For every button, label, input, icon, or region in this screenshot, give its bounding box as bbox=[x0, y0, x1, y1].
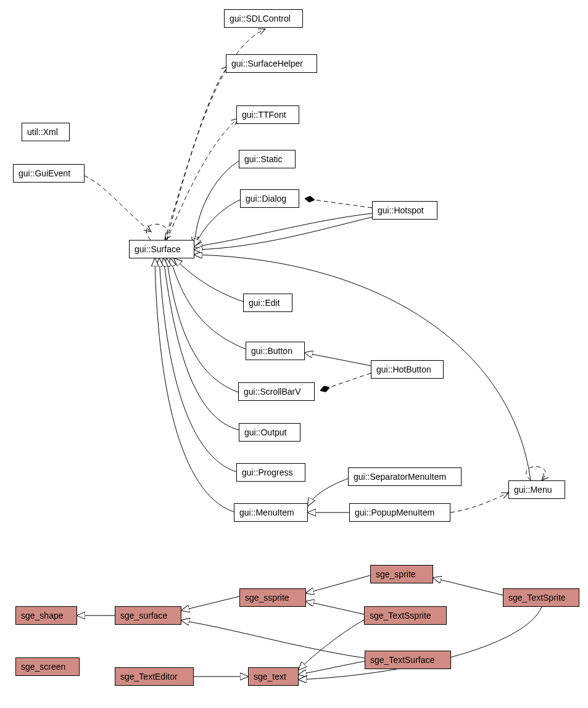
edge-sgeTextSsprite-to-sgeSsprite bbox=[306, 601, 364, 614]
class-node-label: sge_screen bbox=[21, 662, 65, 672]
edge-guiHotButton-to-guiScrollBarV bbox=[321, 373, 371, 390]
class-node-guiStatic[interactable]: gui::Static bbox=[239, 150, 296, 168]
edge-guiEdit-to-guiSurface bbox=[174, 258, 243, 302]
class-node-label: gui::MenuItem bbox=[239, 508, 294, 517]
edge-guiHotButton-to-guiButton bbox=[305, 353, 371, 366]
class-node-guiEdit[interactable]: gui::Edit bbox=[243, 294, 292, 312]
edge-sgeSsprite-to-sgeSurface bbox=[181, 596, 239, 611]
class-node-guiButton[interactable]: gui::Button bbox=[246, 342, 305, 360]
edge-guiSeparatorMenuItem-to-guiMenuItem bbox=[308, 479, 348, 506]
class-node-label: gui::TTFont bbox=[242, 110, 286, 120]
class-node-label: gui::Button bbox=[251, 346, 292, 356]
class-node-label: gui::Menu bbox=[514, 485, 552, 495]
class-node-guiScrollBarV[interactable]: gui::ScrollBarV bbox=[238, 382, 315, 401]
class-node-guiSurface[interactable]: gui::Surface bbox=[129, 240, 194, 258]
class-node-label: gui::SurfaceHelper bbox=[231, 59, 303, 68]
class-node-label: sge_TextSurface bbox=[370, 655, 434, 665]
class-node-guiHotspot[interactable]: gui::Hotspot bbox=[372, 201, 437, 220]
class-node-sgeSsprite[interactable]: sge_ssprite bbox=[239, 588, 306, 607]
class-node-label: gui::Dialog bbox=[246, 194, 286, 204]
class-node-label: gui::PopupMenuItem bbox=[355, 508, 434, 517]
class-node-sgeTextEditor[interactable]: sge_TextEditor bbox=[115, 667, 194, 686]
edge-guiSurface-to-guiSurfaceHelper bbox=[165, 66, 228, 241]
class-node-guiMenu[interactable]: gui::Menu bbox=[508, 480, 565, 499]
class-node-guiHotButton[interactable]: gui::HotButton bbox=[371, 360, 444, 379]
class-node-label: gui::ScrollBarV bbox=[244, 387, 301, 397]
class-node-sgeTextSurface[interactable]: sge_TextSurface bbox=[365, 651, 451, 669]
class-node-label: sge_TextSsprite bbox=[370, 611, 431, 620]
class-node-label: sge_sprite bbox=[376, 569, 416, 579]
class-node-label: util::Xml bbox=[27, 127, 58, 137]
class-node-sgeSprite[interactable]: sge_sprite bbox=[370, 565, 433, 583]
class-node-label: sge_text bbox=[254, 672, 286, 681]
class-node-utilXml[interactable]: util::Xml bbox=[22, 123, 70, 141]
class-node-guiDialog[interactable]: gui::Dialog bbox=[240, 189, 299, 208]
edge-sgeTextSprite-to-sgeSprite bbox=[433, 578, 503, 595]
class-node-label: sge_TextEditor bbox=[120, 672, 178, 681]
edge-guiHotspot-to-guiSurface bbox=[194, 217, 372, 250]
class-node-label: gui::GuiEvent bbox=[19, 168, 70, 178]
edge-sgeTextSsprite-to-sgeText bbox=[299, 620, 364, 670]
class-node-guiSurfaceHelper[interactable]: gui::SurfaceHelper bbox=[226, 54, 317, 73]
class-node-guiOutput[interactable]: gui::Output bbox=[239, 423, 300, 442]
class-node-sgeScreen[interactable]: sge_screen bbox=[15, 657, 80, 676]
class-node-sgeText[interactable]: sge_text bbox=[248, 667, 299, 686]
class-node-sgeShape[interactable]: sge_shape bbox=[15, 606, 77, 625]
edge-guiMenu-to-guiSurface bbox=[194, 255, 531, 480]
class-node-label: gui::Surface bbox=[135, 244, 181, 254]
class-node-guiTTFont[interactable]: gui::TTFont bbox=[236, 105, 299, 124]
class-node-guiPopupMenuItem[interactable]: gui::PopupMenuItem bbox=[349, 503, 450, 522]
edge-guiSurface-to-guiTTFont bbox=[167, 118, 238, 241]
edge-guiMenuItem-to-guiSurface bbox=[155, 258, 234, 512]
class-node-guiSDLControl[interactable]: gui::SDLControl bbox=[224, 9, 303, 28]
edge-guiGuiEvent-to-guiSurface bbox=[85, 176, 151, 232]
edge-guiHotspot-to-guiSurface bbox=[194, 213, 372, 247]
edge-sgeTextSurface-to-sgeSurface bbox=[181, 620, 365, 658]
class-node-label: sge_TextSprite bbox=[508, 593, 566, 603]
edge-guiProgress-to-guiSurface bbox=[159, 258, 236, 472]
class-node-guiMenuItem[interactable]: gui::MenuItem bbox=[234, 503, 308, 522]
class-node-guiProgress[interactable]: gui::Progress bbox=[236, 463, 305, 482]
class-node-label: sge_shape bbox=[21, 611, 64, 620]
edge-sgeSprite-to-sgeSsprite bbox=[306, 575, 370, 593]
edge-guiHotspot-to-guiDialog bbox=[305, 199, 372, 208]
class-node-label: sge_surface bbox=[120, 611, 167, 620]
class-node-guiSeparatorMenuItem[interactable]: gui::SeparatorMenuItem bbox=[348, 467, 462, 486]
class-node-label: gui::Static bbox=[244, 154, 282, 164]
diagram-canvas: util::Xmlgui::GuiEventgui::SDLControlgui… bbox=[0, 0, 588, 708]
class-node-label: gui::SDLControl bbox=[230, 14, 291, 23]
class-node-sgeSurface[interactable]: sge_surface bbox=[115, 606, 181, 625]
edge-guiDialog-to-guiSurface bbox=[194, 200, 240, 247]
class-node-sgeTextSprite[interactable]: sge_TextSprite bbox=[503, 588, 579, 607]
edge-guiScrollBarV-to-guiSurface bbox=[167, 258, 238, 392]
class-node-label: gui::SeparatorMenuItem bbox=[354, 472, 446, 482]
class-node-label: sge_ssprite bbox=[245, 593, 289, 603]
edge-guiMenu-to-guiMenu bbox=[526, 466, 545, 480]
edge-sgeTextSurface-to-sgeText bbox=[299, 661, 365, 675]
edge-guiButton-to-guiSurface bbox=[170, 258, 246, 349]
class-node-guiGuiEvent[interactable]: gui::GuiEvent bbox=[13, 164, 85, 183]
edge-guiSurface-to-guiSurface bbox=[146, 224, 167, 241]
edge-guiOutput-to-guiSurface bbox=[164, 258, 239, 430]
edge-guiStatic-to-guiSurface bbox=[194, 160, 240, 245]
class-node-label: gui::Output bbox=[244, 427, 287, 437]
class-node-label: gui::Hotspot bbox=[378, 205, 424, 215]
class-node-label: gui::Edit bbox=[249, 298, 280, 308]
class-node-label: gui::HotButton bbox=[376, 364, 431, 374]
class-node-sgeTextSsprite[interactable]: sge_TextSsprite bbox=[364, 606, 447, 625]
edge-guiPopupMenuItem-to-guiMenu bbox=[450, 493, 508, 512]
class-node-label: gui::Progress bbox=[242, 467, 292, 477]
